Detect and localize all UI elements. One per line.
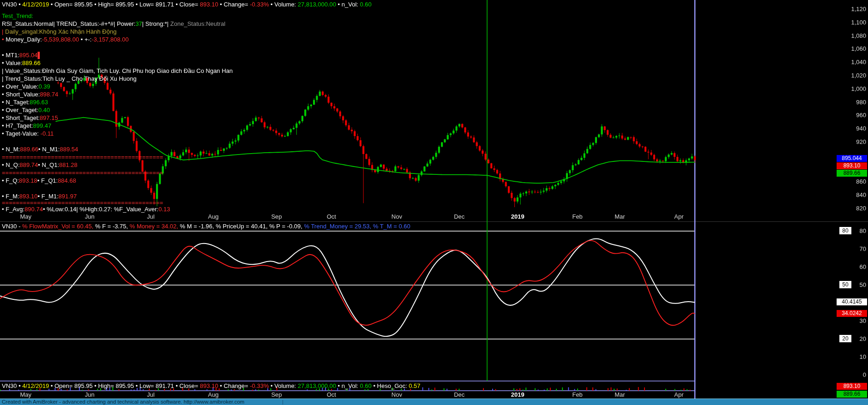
- x-axis-label: Mar: [615, 391, 625, 398]
- x-axis-label: Nov: [392, 213, 402, 220]
- status-bar-text: Created with AmiBroker - advanced charti…: [2, 399, 244, 405]
- x-axis-label: Nov: [392, 391, 402, 398]
- x-axis-label: Feb: [572, 391, 582, 398]
- x-axis-label: May: [20, 213, 31, 220]
- daily-signal-line: | Daily_singal:Không Xác Nhận Hành Động: [2, 28, 116, 35]
- f-m-line: • F_M:893.10• F_M1:891.97: [2, 193, 77, 200]
- f-avg-line: • F_Avg:890.74• %Low:0.14| %High:0.27: %…: [2, 206, 170, 213]
- x-axis-label: Aug: [208, 213, 218, 220]
- taget-value-line: • Taget-Value: -0.11: [2, 130, 54, 137]
- separator-equals-line: ========================================…: [2, 199, 163, 206]
- x-axis-label: Aug: [208, 391, 218, 398]
- bottom-info-line: VN30 • 4/12/2019 • Open= 895.95 • High= …: [2, 382, 421, 389]
- oscillator-title: VN30 - % FlowMatrix_Vol = 60.45, % F = -…: [2, 223, 410, 230]
- x-axis-label: Oct: [327, 391, 336, 398]
- x-axis-label: May: [20, 391, 31, 398]
- x-axis-label: Mar: [615, 213, 625, 220]
- value-status-line: | Value_Status:Đỉnh Gia Suy Giam, Tich L…: [2, 67, 233, 74]
- price-x-axis: MayJunJulAugSepOctNovDec2019FebMarApr: [0, 213, 836, 220]
- x-axis-label: Oct: [327, 213, 336, 220]
- n-m-line: • N_M:889.66• N_M1:889.54: [2, 146, 78, 153]
- x-axis-label: Sep: [271, 391, 282, 398]
- x-axis-label: 2019: [511, 391, 524, 398]
- n-taget-line: • N_Taget:896.63: [2, 99, 48, 106]
- x-axis-label: 2019: [511, 213, 524, 220]
- x-axis-label: Apr: [674, 213, 683, 220]
- short-value-line: • Short_Value:898.74: [2, 91, 58, 98]
- rsi-status-line: RSI_Status:Normal| TREND_Status:-#+*#| P…: [2, 20, 225, 27]
- status-bar-divider: [283, 400, 283, 405]
- over-taget-line: • Over_Taget:0.40: [2, 107, 50, 113]
- value-line: • Value:889.66: [2, 60, 41, 66]
- n-q-line: • N_Q:889.74• N_Q1:881.28: [2, 161, 78, 168]
- money-daily-line: • Money_Daily:-5,539,808.00 • +-:-3,157,…: [2, 36, 129, 43]
- x-axis-label: Jun: [85, 391, 95, 398]
- trend-status-line: | Trend_Status:Tich Luy _ Cho Thay Đổi X…: [2, 75, 137, 82]
- symbol-info-line: VN30 • 4/12/2019 • Open= 895.95 • High= …: [2, 1, 372, 8]
- separator-equals-line: ========================================…: [2, 154, 163, 161]
- x-axis-label: Apr: [674, 391, 683, 398]
- x-axis-label: Jun: [85, 213, 95, 220]
- short-taget-line: • Short_Taget:897.15: [2, 114, 58, 121]
- separator-equals-line: ========================================…: [2, 169, 163, 176]
- x-axis-label: Dec: [454, 213, 464, 220]
- amibroker-window: VN30 • 4/12/2019 • Open= 895.95 • High= …: [0, 0, 868, 405]
- bottom-x-axis: MayJunJulAugSepOctNovDec2019FebMarApr: [0, 391, 836, 399]
- over-value-line: • Over_Value:0.39: [2, 83, 50, 90]
- f-q-line: • F_Q:893.18• F_Q1:884.68: [2, 177, 76, 184]
- status-bar: Created with AmiBroker - advanced charti…: [0, 399, 868, 405]
- mt1-line: • MT1:895.04▌: [2, 52, 42, 59]
- h7-taget-line: • H7_Taget:899.47: [2, 122, 51, 129]
- test-trend-label: Test_Trend:: [2, 12, 33, 19]
- x-axis-label: Jul: [147, 213, 155, 220]
- x-axis-label: Sep: [271, 213, 282, 220]
- x-axis-label: Dec: [454, 391, 464, 398]
- x-axis-label: Feb: [572, 213, 582, 220]
- x-axis-label: Jul: [147, 391, 155, 398]
